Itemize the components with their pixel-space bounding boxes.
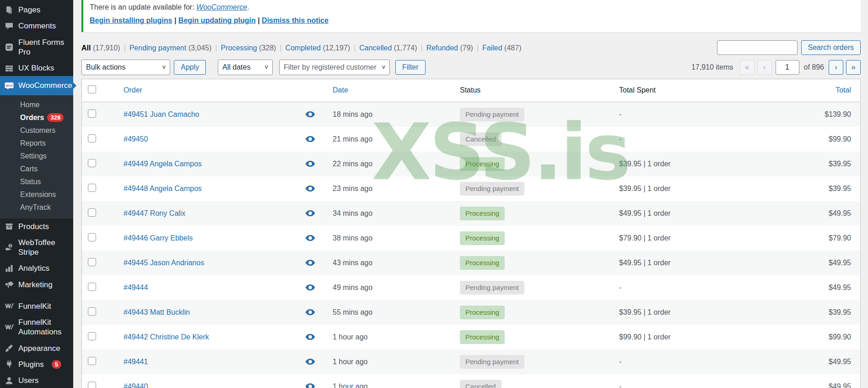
row-checkbox[interactable] [88,109,96,118]
order-link[interactable]: #49446 Garry Ebbels [124,234,193,242]
row-checkbox[interactable] [88,208,96,217]
sidebar-item-pages[interactable]: Pages [0,2,73,18]
row-checkbox[interactable] [88,134,96,142]
order-link[interactable]: #49444 [124,284,148,291]
sidebar-item-funnelkit-automations[interactable]: FunnelKit Automations [0,314,73,340]
order-link[interactable]: #49450 [124,135,148,143]
sidebar-item-webtoffee-stripe[interactable]: $WebToffee Stripe [0,235,73,261]
search-orders-button[interactable]: Search orders [801,40,861,55]
row-checkbox[interactable] [88,357,96,365]
view-link-completed[interactable]: Completed (12,197) [286,44,350,52]
preview-eye-icon[interactable] [305,136,315,142]
row-checkbox[interactable] [88,382,96,388]
view-link-processing[interactable]: Processing (328) [221,44,276,52]
last-page-button[interactable]: » [846,60,861,75]
sidebar-item-analytics[interactable]: Analytics [0,260,73,276]
row-checkbox[interactable] [88,184,96,192]
order-link[interactable]: #49445 Jason Andrianos [124,259,204,267]
sidebar-subitem-customers[interactable]: Customers [0,124,73,137]
preview-eye-icon[interactable] [305,111,315,118]
view-link-pending-payment[interactable]: Pending payment (3,045) [129,44,212,52]
row-checkbox[interactable] [88,332,96,340]
admin-sidebar: PagesCommentsFluent Forms ProUX BlocksWO… [0,0,73,388]
prev-page-button[interactable]: ‹ [757,60,772,75]
dates-filter-select[interactable]: All dates [218,60,273,75]
preview-eye-icon[interactable] [305,284,315,291]
sidebar-item-fluent-forms-pro[interactable]: Fluent Forms Pro [0,34,73,60]
table-row-49446: #49446 Garry Ebbels38 mins agoProcessing… [82,226,860,251]
first-page-button[interactable]: « [740,60,755,75]
row-checkbox[interactable] [88,258,96,266]
sidebar-item-comments[interactable]: Comments [0,18,73,34]
preview-eye-icon[interactable] [305,235,315,241]
filter-button[interactable]: Filter [395,60,426,75]
search-orders-input[interactable] [717,40,798,55]
preview-eye-icon[interactable] [305,185,315,192]
status-badge: Cancelled [460,380,501,388]
view-link-cancelled[interactable]: Cancelled (1,774) [359,44,417,52]
begin-installing-plugins-link[interactable]: Begin installing plugins [90,16,172,24]
sidebar-item-woocommerce[interactable]: WOOWooCommerce [0,76,73,95]
preview-eye-icon[interactable] [305,259,315,266]
table-row-49443: #49443 Matt Bucklin55 mins agoProcessing… [82,300,860,325]
row-checkbox[interactable] [88,307,96,316]
view-link-all[interactable]: All (17,910) [81,44,120,52]
sidebar-item-appearance[interactable]: Appearance [0,340,73,356]
preview-eye-icon[interactable] [305,210,315,217]
order-link[interactable]: #49443 Matt Bucklin [124,308,190,316]
sidebar-subitem-extensions[interactable]: Extensions [0,188,73,201]
order-date: 23 mins ago [327,185,451,193]
dismiss-notice-link[interactable]: Dismiss this notice [262,16,329,24]
view-link-refunded[interactable]: Refunded (79) [426,44,473,52]
status-badge: Processing [460,256,505,270]
preview-eye-icon[interactable] [305,333,315,340]
bulk-actions-select[interactable]: Bulk actions [81,60,170,75]
woocommerce-icon: WOO [5,81,14,90]
sort-link-total[interactable]: Total [836,86,851,94]
sidebar-subitem-carts[interactable]: Carts [0,163,73,175]
order-link[interactable]: #49442 Christine De Klerk [124,333,209,341]
begin-updating-plugin-link[interactable]: Begin updating plugin [178,16,256,24]
next-page-button[interactable]: › [829,60,843,75]
order-link[interactable]: #49449 Angela Campos [124,160,202,168]
current-page-input[interactable] [776,60,799,75]
sidebar-item-funnelkit[interactable]: FunnelKit [0,298,73,314]
sidebar-item-plugins[interactable]: Plugins5 [0,356,73,372]
customer-select-wrap: Filter by registered customer [273,60,390,75]
sidebar-subitem-settings[interactable]: Settings [0,150,73,163]
view-separator: | [280,44,281,52]
sort-link-order[interactable]: Order [124,86,142,94]
sidebar-item-users[interactable]: Users [0,372,73,388]
sidebar-item-marketing[interactable]: Marketing [0,277,73,293]
select-all-checkbox[interactable] [88,85,96,93]
sidebar-subitem-home[interactable]: Home [0,98,73,111]
row-checkbox[interactable] [88,159,96,167]
sidebar-subitem-anytrack[interactable]: AnyTrack [0,201,73,214]
apply-button[interactable]: Apply [174,60,206,75]
view-count: (487) [502,44,522,52]
sidebar-item-products[interactable]: Products [0,219,73,235]
order-link[interactable]: #49451 Juan Camacho [124,110,199,118]
woocommerce-plugin-link[interactable]: WooCommerce [196,3,247,11]
view-separator: | [477,44,479,52]
sidebar-subitem-status[interactable]: Status [0,175,73,188]
row-checkbox[interactable] [88,233,96,241]
view-count: (12,197) [321,44,350,52]
sidebar-item-ux-blocks[interactable]: UX Blocks [0,60,73,76]
preview-eye-icon[interactable] [305,358,315,365]
preview-eye-icon[interactable] [305,383,315,388]
subitem-label: Home [20,100,40,109]
order-link[interactable]: #49440 [124,383,148,388]
order-link[interactable]: #49448 Angela Campos [124,185,202,192]
order-link[interactable]: #49447 Rony Calix [124,209,185,217]
sort-link-date[interactable]: Date [333,86,348,94]
view-link-failed[interactable]: Failed (487) [482,44,521,52]
sidebar-subitem-reports[interactable]: Reports [0,137,73,150]
preview-eye-icon[interactable] [305,309,315,316]
customer-filter-select[interactable]: Filter by registered customer [279,60,390,75]
preview-eye-icon[interactable] [305,160,315,167]
order-link[interactable]: #49441 [124,358,148,366]
row-checkbox[interactable] [88,283,96,291]
sidebar-subitem-orders[interactable]: Orders328 [0,111,73,124]
order-date: 55 mins ago [327,308,451,317]
